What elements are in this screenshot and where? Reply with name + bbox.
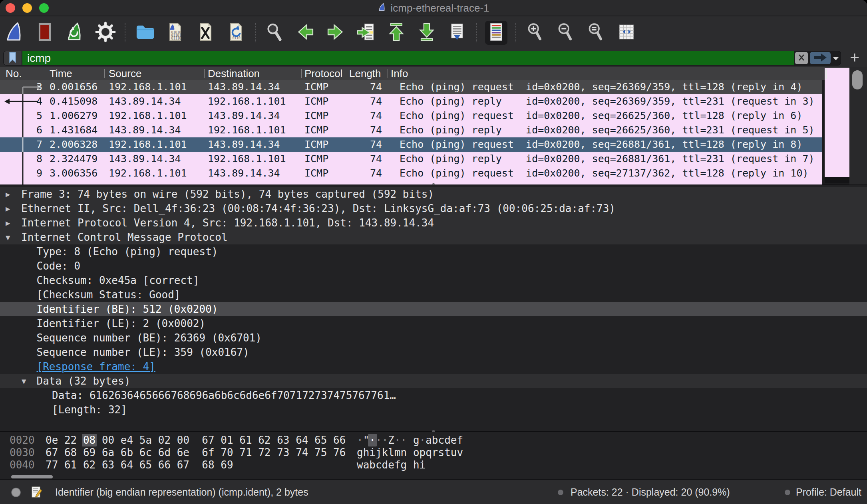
open-file-button[interactable] [133,21,156,45]
packet-row-9[interactable]: 93.006356192.168.1.101143.89.14.34ICMP74… [0,166,822,181]
hex-bytes[interactable]: 77 61 62 63 64 65 66 67 68 69 [46,459,233,471]
stop-capture-button[interactable] [34,21,56,45]
column-header-time[interactable]: Time [50,67,72,80]
column-separator[interactable] [301,69,302,78]
packet-row-partial[interactable] [0,181,822,185]
zoom-in-button[interactable] [524,21,547,45]
column-header-info[interactable]: Info [391,67,408,80]
collapse-triangle-icon[interactable]: ▼ [22,374,26,388]
detail-field-item[interactable]: Sequence number (LE): 359 (0x0167) [0,345,867,359]
collapse-triangle-icon[interactable]: ▼ [6,230,10,244]
hex-bytes[interactable]: 0e 22 08 00 e4 5a 02 00 67 01 61 62 63 6… [46,434,346,446]
detail-field-item[interactable]: Identifier (BE): 512 (0x0200) [0,302,867,316]
hex-ascii[interactable]: wabcdefg hi [357,459,426,471]
hex-ascii[interactable]: ·"···Z·· g·abcdef [357,434,463,446]
scrollbar-thumb[interactable] [852,70,863,89]
detail-tree-item[interactable]: ▶Internet Protocol Version 4, Src: 192.1… [0,216,867,230]
go-first-packet-button[interactable] [385,21,408,45]
hex-row-0040[interactable]: 004077 61 62 63 64 65 66 67 68 69wabcdef… [0,459,867,471]
reload-file-button[interactable]: 0110 [225,21,247,45]
detail-field-item[interactable]: [Length: 32] [0,403,867,417]
go-next-packet-button[interactable] [324,21,347,45]
packet-list-scrollbar[interactable] [849,67,867,185]
column-header-destination[interactable]: Destination [208,67,260,80]
column-separator[interactable] [45,69,45,78]
packet-row-5[interactable]: 51.006279192.168.1.101143.89.14.34ICMP74… [0,109,822,123]
packet-row-8[interactable]: 82.324479143.89.14.34192.168.1.101ICMP74… [0,152,822,166]
column-header-no[interactable]: No. [6,67,22,80]
detail-tree-item[interactable]: ▼Internet Control Message Protocol [0,230,867,244]
cell-source: 143.89.14.34 [109,123,181,137]
detail-tree-item[interactable]: ▶Frame 3: 74 bytes on wire (592 bits), 7… [0,187,867,201]
filter-bookmark-button[interactable] [4,51,22,65]
cell-time: 2.324479 [50,152,97,166]
display-filter-input[interactable] [22,51,794,65]
go-to-packet-button[interactable] [355,21,377,45]
column-header-protocol[interactable]: Protocol [304,67,342,80]
bookmark-icon [8,52,18,65]
packet-row-6[interactable]: 61.431684143.89.14.34192.168.1.101ICMP74… [0,123,822,137]
colorize-packets-button[interactable] [485,21,507,45]
resize-columns-button[interactable] [615,21,638,45]
folder-icon [134,22,155,44]
detail-link-item[interactable]: [Response frame: 4] [0,359,867,374]
hex-hscroll-thumb[interactable] [11,475,53,478]
packet-row-7[interactable]: 72.006328192.168.1.101143.89.14.34ICMP74… [0,137,822,152]
expand-triangle-icon[interactable]: ▶ [6,187,10,201]
filter-apply-button[interactable] [810,52,831,64]
column-separator[interactable] [204,69,205,78]
detail-tree-item[interactable]: ▼Data (32 bytes) [0,374,867,388]
cell-source: 192.168.1.101 [109,166,187,181]
packet-bytes-pane: 00200e 22 08 00 e4 5a 02 00 67 01 61 62 … [0,432,867,479]
column-separator[interactable] [104,69,105,78]
cell-source: 192.168.1.101 [109,80,187,94]
save-file-button[interactable]: 010100110101110 [164,21,186,45]
expand-triangle-icon[interactable]: ▶ [6,216,10,230]
packet-row-4[interactable]: 40.415098143.89.14.34192.168.1.101ICMP74… [0,94,822,109]
doc-binary-icon: 010100110101110 [165,22,185,44]
zoom-out-button[interactable] [555,21,577,45]
hex-ascii[interactable]: ghijklmn opqrstuv [357,446,463,459]
detail-field-item[interactable]: [Checksum Status: Good] [0,288,867,302]
selected-byte[interactable]: 08 [82,434,97,446]
profile-selector[interactable]: Profile: Default [796,480,861,504]
expand-triangle-icon[interactable]: ▶ [6,201,10,216]
go-last-packet-button[interactable] [416,21,438,45]
detail-tree-item[interactable]: ▶Ethernet II, Src: Dell_4f:36:23 (00:08:… [0,201,867,216]
packet-row-3[interactable]: 30.001656192.168.1.101143.89.14.34ICMP74… [0,80,822,94]
detail-field-item[interactable]: Checksum: 0xe45a [correct] [0,273,867,288]
start-capture-button[interactable] [3,21,26,45]
detail-field-item[interactable]: Code: 0 [0,259,867,273]
svg-text:01110: 01110 [171,36,181,40]
capture-comment-button[interactable] [30,486,42,501]
go-previous-packet-button[interactable] [294,21,316,45]
intelligent-scrollbar[interactable] [825,68,849,183]
cell-no: 3 [12,80,42,94]
column-separator[interactable] [347,69,347,78]
filter-add-button[interactable] [849,53,860,63]
cell-source: 143.89.14.34 [109,152,181,166]
zoom-reset-button[interactable] [585,21,607,45]
column-header-length[interactable]: Length [349,67,381,80]
expert-info-button[interactable] [10,487,22,500]
restart-capture-button[interactable] [64,21,86,45]
detail-field-item[interactable]: Data: 6162636465666768696a6b6c6d6e6f7071… [0,388,867,403]
detail-field-item[interactable]: Sequence number (BE): 26369 (0x6701) [0,331,867,345]
cell-time: 0.415098 [50,94,97,109]
filter-dropdown-chevron[interactable] [833,57,839,60]
find-packet-button[interactable] [264,21,286,45]
cell-destination: 143.89.14.34 [208,109,280,123]
column-header-source[interactable]: Source [109,67,141,80]
capture-options-button[interactable] [94,21,117,45]
close-file-button[interactable] [194,21,217,45]
detail-field-item[interactable]: Identifier (LE): 2 (0x0002) [0,316,867,331]
hex-row-0020[interactable]: 00200e 22 08 00 e4 5a 02 00 67 01 61 62 … [0,434,867,446]
cell-info: Echo (ping) request id=0x0200, seq=26625… [400,109,802,123]
auto-scroll-button[interactable] [446,21,468,45]
hex-bytes[interactable]: 67 68 69 6a 6b 6c 6d 6e 6f 70 71 72 73 7… [46,446,346,459]
filter-clear-button[interactable] [795,52,808,64]
column-separator[interactable] [388,69,388,78]
hex-row-0030[interactable]: 003067 68 69 6a 6b 6c 6d 6e 6f 70 71 72 … [0,446,867,459]
toolbar-separator [515,23,516,42]
detail-field-item[interactable]: Type: 8 (Echo (ping) request) [0,244,867,259]
